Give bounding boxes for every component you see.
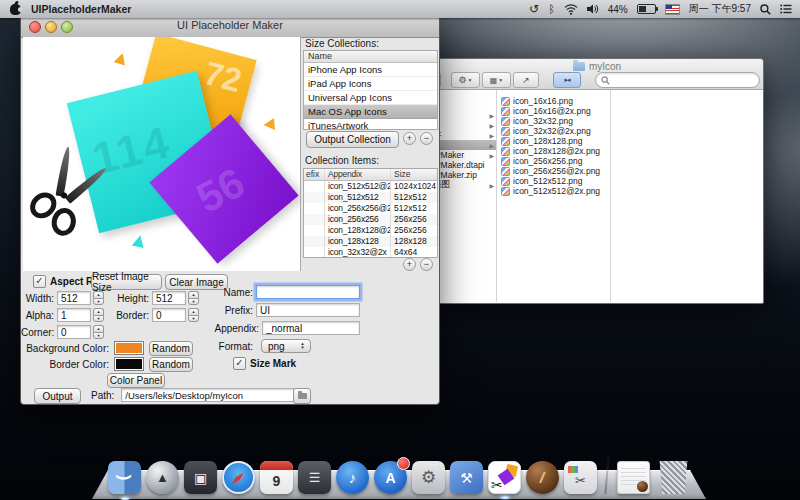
file-row-icon_32x32.png[interactable]: icon_32x32.png: [497, 116, 610, 126]
collection-item-row[interactable]: icon_256x256@2x 512x512: [304, 203, 437, 214]
width-stepper[interactable]: ▲▼: [93, 291, 104, 305]
dock-icon-trash[interactable]: [657, 461, 690, 494]
size-collections-list[interactable]: Name iPhone App Icons iPad App Icons Uni…: [303, 50, 438, 130]
name-field[interactable]: [256, 285, 360, 299]
dock-icon-reminders[interactable]: ☰: [298, 461, 331, 494]
image-canvas[interactable]: 72 114 56: [23, 37, 301, 271]
appendix-field[interactable]: [262, 321, 360, 335]
item-appendix-cell: icon_128x128@2x: [325, 225, 391, 236]
corner-stepper[interactable]: ▲▼: [93, 325, 104, 339]
size-collection-item[interactable]: iPad App Icons: [304, 77, 437, 91]
alpha-stepper[interactable]: ▲▼: [93, 308, 104, 322]
output-collection-button[interactable]: Output Collection: [306, 131, 399, 148]
item-prefix-cell: [304, 236, 325, 247]
dock-icon-snip[interactable]: ✂: [564, 461, 597, 494]
border-random-button[interactable]: Random: [149, 357, 193, 372]
collection-item-row[interactable]: icon_128x128 128x128: [304, 236, 437, 247]
collection-item-row[interactable]: icon_512x512@2x 1024x1024: [304, 181, 437, 192]
file-name: icon_512x512.png: [513, 176, 582, 186]
size-collection-item[interactable]: iPhone App Icons: [304, 63, 437, 77]
prefix-column-header[interactable]: efix: [304, 169, 325, 180]
finder-titlebar[interactable]: myIcon ⚙▼ ▦▼ ↗ ▸◂: [431, 59, 763, 90]
dock-icon-mission-control[interactable]: ▣: [184, 461, 217, 494]
corner-field[interactable]: [57, 325, 91, 339]
remove-collection-button[interactable]: −: [420, 132, 433, 145]
file-row-icon_128x128@2x.png[interactable]: icon_128x128@2x.png: [497, 146, 610, 156]
appendix-column-header[interactable]: Appendix: [325, 169, 391, 180]
spotlight-icon[interactable]: [760, 2, 771, 16]
size-collection-item[interactable]: iTunesArtwork: [304, 119, 437, 130]
remove-item-button[interactable]: −: [420, 258, 433, 271]
input-source-flag-icon[interactable]: [665, 4, 680, 15]
output-button[interactable]: Output: [34, 388, 81, 404]
dock-icon-safari[interactable]: ◆: [222, 461, 255, 494]
size-collections-column-header[interactable]: Name: [304, 51, 437, 63]
item-size-cell: 1024x1024: [391, 181, 437, 192]
collection-items-table[interactable]: efix Appendix Size icon_512x512@2x 1024x…: [303, 168, 438, 258]
file-row-icon_16x16@2x.png[interactable]: icon_16x16@2x.png: [497, 106, 610, 116]
finder-sidebar-row[interactable]: 果图 ▶: [431, 180, 496, 190]
file-row-icon_16x16.png[interactable]: icon_16x16.png: [497, 96, 610, 106]
arrange-view-button[interactable]: ▦▼: [482, 72, 511, 88]
border-color-well[interactable]: [114, 357, 144, 371]
finder-sidebar-row[interactable]: erMaker.dtapi: [431, 160, 496, 170]
notification-center-icon[interactable]: [780, 2, 792, 16]
path-field[interactable]: [121, 388, 301, 402]
collapse-columns-button[interactable]: ▸◂: [553, 72, 581, 88]
dock-icon-sysprefs[interactable]: ⚙: [412, 461, 445, 494]
finder-search-field[interactable]: [595, 72, 760, 88]
file-row-icon_512x512.png[interactable]: icon_512x512.png: [497, 176, 610, 186]
wifi-icon[interactable]: [564, 2, 578, 16]
finder-sidebar-row[interactable]: ▶: [431, 110, 496, 120]
color-panel-button[interactable]: Color Panel: [107, 373, 165, 388]
file-row-icon_512x512@2x.png[interactable]: icon_512x512@2x.png: [497, 186, 610, 196]
size-collection-item[interactable]: Mac OS App Icons: [304, 105, 437, 119]
finder-sidebar-row[interactable]: erMaker ▶: [431, 150, 496, 160]
background-color-well[interactable]: [114, 341, 144, 355]
dock-icon-itunes[interactable]: ♪: [336, 461, 369, 494]
active-app-menu[interactable]: UIPlaceholderMaker: [31, 3, 131, 15]
bluetooth-icon[interactable]: ᛒ: [548, 2, 555, 16]
width-field[interactable]: [57, 291, 91, 305]
size-collection-item[interactable]: Universal App Icons: [304, 91, 437, 105]
collection-item-row[interactable]: icon_256x256 256x256: [304, 214, 437, 225]
size-mark-checkbox[interactable]: ✓: [233, 357, 246, 370]
dock-icon-miniwindow[interactable]: [617, 461, 650, 494]
item-size-cell: 256x256: [391, 214, 437, 225]
apple-menu-icon[interactable]: [10, 4, 21, 15]
file-row-icon_256x256@2x.png[interactable]: icon_256x256@2x.png: [497, 166, 610, 176]
alpha-field[interactable]: [57, 308, 91, 322]
finder-sidebar-row[interactable]: 本 ▶: [431, 130, 496, 140]
dock-icon-appstore[interactable]: A: [374, 461, 407, 494]
file-row-icon_128x128.png[interactable]: icon_128x128.png: [497, 136, 610, 146]
dock-icon-bean[interactable]: /: [526, 461, 559, 494]
browse-path-button[interactable]: [293, 388, 311, 404]
dock-icon-finder[interactable]: ): [108, 461, 141, 494]
prefix-field[interactable]: [256, 303, 360, 317]
dock-glyph: A: [385, 471, 395, 485]
collection-item-row[interactable]: icon_32x32@2x 64x64: [304, 247, 437, 258]
add-item-button[interactable]: +: [403, 258, 416, 271]
menu-clock[interactable]: 周一 下午9:57: [689, 2, 751, 16]
collection-item-row[interactable]: icon_512x512 512x512: [304, 192, 437, 203]
aspect-ratio-checkbox[interactable]: ✓: [33, 275, 46, 288]
dock-icon-calendar[interactable]: 9: [260, 461, 293, 494]
battery-icon[interactable]: [637, 4, 656, 14]
dock-icon-launchpad[interactable]: ▲: [146, 461, 179, 494]
finder-sidebar-row[interactable]: ▶: [431, 140, 496, 150]
finder-sidebar-row-label: erMaker.dtapi: [433, 160, 485, 170]
dock-icon-xcode[interactable]: ⚒: [450, 461, 483, 494]
collection-item-row[interactable]: icon_128x128@2x 256x256: [304, 225, 437, 236]
format-popup[interactable]: png ▲▼: [261, 339, 311, 353]
app-titlebar[interactable]: UI Placeholder Maker: [21, 15, 439, 38]
size-column-header[interactable]: Size: [391, 169, 437, 180]
reset-image-size-button[interactable]: Reset Image Size: [91, 274, 162, 290]
dock-icon-uipm[interactable]: ✂: [488, 461, 521, 494]
share-button[interactable]: ↗: [513, 72, 539, 88]
time-machine-icon[interactable]: ↺: [529, 2, 539, 16]
volume-icon[interactable]: [587, 2, 599, 16]
file-row-icon_32x32@2x.png[interactable]: icon_32x32@2x.png: [497, 126, 610, 136]
add-collection-button[interactable]: +: [403, 132, 416, 145]
file-row-icon_256x256.png[interactable]: icon_256x256.png: [497, 156, 610, 166]
action-gear-button[interactable]: ⚙▼: [451, 72, 480, 88]
